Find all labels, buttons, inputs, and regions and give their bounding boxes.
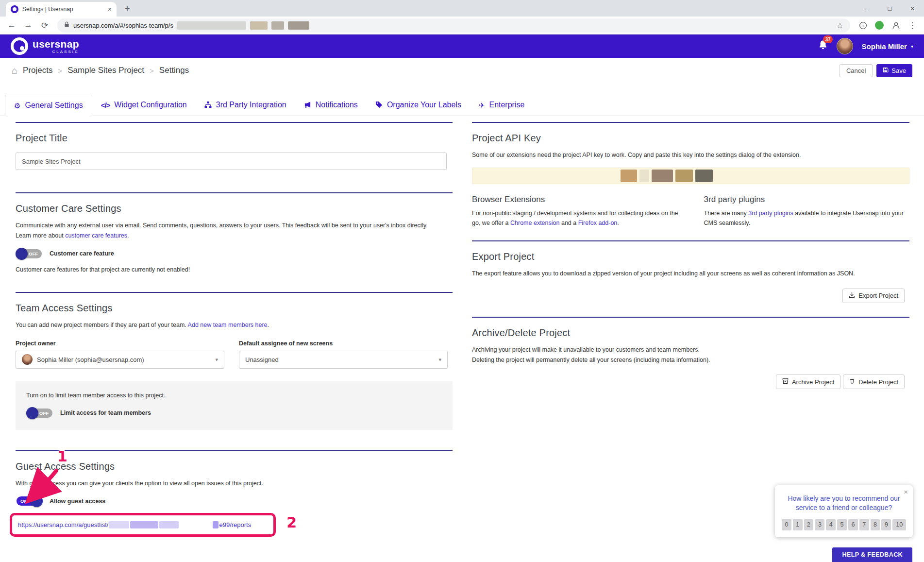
redacted-url-segment bbox=[288, 21, 309, 30]
redacted-token-segment bbox=[213, 521, 218, 528]
third-party-plugins-link[interactable]: 3rd party plugins bbox=[748, 210, 793, 217]
archive-project-button[interactable]: Archive Project bbox=[776, 375, 840, 389]
nps-rating-10[interactable]: 10 bbox=[892, 519, 906, 530]
annotation-step-2: 2 bbox=[286, 515, 297, 530]
project-api-key-panel: Project API Key Some of our extensions n… bbox=[472, 122, 909, 228]
delete-project-button[interactable]: Delete Project bbox=[843, 375, 905, 389]
default-assignee-select[interactable]: Unassigned ▾ bbox=[239, 351, 448, 369]
extension-icon[interactable] bbox=[873, 18, 886, 32]
default-assignee-label: Default assignee of new screens bbox=[239, 340, 448, 347]
lock-icon bbox=[64, 21, 69, 30]
tab-widget-configuration[interactable]: </> Widget Configuration bbox=[92, 94, 196, 116]
bookmark-star-icon[interactable]: ☆ bbox=[837, 21, 843, 30]
trash-icon bbox=[849, 378, 855, 386]
window-maximize-button[interactable]: □ bbox=[878, 0, 901, 17]
api-key-field[interactable] bbox=[472, 168, 909, 184]
nps-rating-7[interactable]: 7 bbox=[859, 519, 869, 530]
chrome-extension-link[interactable]: Chrome extension bbox=[510, 220, 559, 226]
save-icon bbox=[883, 67, 889, 74]
nps-rating-2[interactable]: 2 bbox=[804, 519, 814, 530]
gear-icon: ⚙ bbox=[14, 102, 20, 109]
redacted-url-segment bbox=[250, 21, 268, 30]
close-icon[interactable]: × bbox=[904, 488, 908, 496]
nps-rating-4[interactable]: 4 bbox=[826, 519, 836, 530]
nps-rating-3[interactable]: 3 bbox=[815, 519, 824, 530]
redacted-key-segment bbox=[695, 170, 713, 182]
team-access-description: You can add new project members if they … bbox=[16, 321, 453, 330]
usersnap-favicon-icon bbox=[11, 5, 18, 13]
cancel-button[interactable]: Cancel bbox=[840, 64, 873, 77]
redacted-key-segment bbox=[652, 170, 673, 182]
tab-close-icon[interactable]: × bbox=[108, 6, 112, 13]
user-menu[interactable]: Sophia Miller bbox=[862, 42, 907, 51]
logo-subtext: CLASSIC bbox=[52, 50, 79, 54]
project-owner-select[interactable]: Sophia Miller (sophia@usersnap.com) ▾ bbox=[16, 351, 224, 369]
url-text: usersnap.com/a/#/sophias-team/p/s bbox=[73, 22, 173, 29]
nps-rating-5[interactable]: 5 bbox=[837, 519, 847, 530]
browser-menu-icon[interactable]: ⋮ bbox=[906, 18, 919, 32]
team-access-heading: Team Access Settings bbox=[16, 303, 453, 314]
browser-tabstrip: Settings | Usersnap × + – □ × bbox=[0, 0, 924, 17]
limit-access-box: Turn on to limit team member access to t… bbox=[16, 381, 453, 430]
redacted-key-segment bbox=[639, 170, 649, 182]
tab-organize-your-labels[interactable]: Organize Your Labels bbox=[367, 94, 470, 116]
info-icon[interactable] bbox=[856, 18, 870, 32]
export-project-description: The export feature allows you to downloa… bbox=[472, 269, 909, 278]
save-button[interactable]: Save bbox=[876, 64, 912, 77]
browser-tab[interactable]: Settings | Usersnap × bbox=[6, 2, 117, 17]
window-minimize-button[interactable]: – bbox=[856, 0, 878, 17]
sitemap-icon bbox=[204, 101, 212, 109]
nps-rating-6[interactable]: 6 bbox=[848, 519, 858, 530]
archive-delete-heading: Archive/Delete Project bbox=[472, 327, 909, 339]
add-team-members-link[interactable]: Add new team members here bbox=[188, 322, 268, 328]
allow-guest-access-toggle[interactable]: ON bbox=[16, 495, 43, 507]
redacted-url-segment bbox=[271, 21, 284, 30]
new-tab-button[interactable]: + bbox=[120, 2, 134, 16]
usersnap-logo[interactable]: usersnap CLASSIC bbox=[11, 37, 79, 55]
nps-rating-9[interactable]: 9 bbox=[881, 519, 891, 530]
owner-avatar bbox=[22, 354, 33, 365]
guest-url-highlight-box: https://usersnap.com/a/guestlist/ e99/re… bbox=[10, 513, 276, 537]
megaphone-icon bbox=[304, 101, 311, 109]
window-close-button[interactable]: × bbox=[901, 0, 924, 17]
firefox-addon-link[interactable]: Firefox add-on bbox=[578, 220, 618, 226]
user-avatar[interactable] bbox=[837, 38, 853, 54]
export-project-button[interactable]: Export Project bbox=[842, 289, 905, 303]
breadcrumb-projects[interactable]: Projects bbox=[23, 66, 52, 75]
project-title-panel: Project Title bbox=[16, 122, 453, 170]
tab-enterprise[interactable]: ✈ Enterprise bbox=[470, 94, 534, 116]
guest-access-url-link[interactable]: https://usersnap.com/a/guestlist/ e99/re… bbox=[18, 521, 251, 528]
nps-rating-1[interactable]: 1 bbox=[793, 519, 803, 530]
guest-access-heading: Guest Access Settings bbox=[16, 461, 453, 472]
customer-care-features-link[interactable]: customer care features bbox=[65, 232, 127, 239]
notifications-bell-icon[interactable]: 37 bbox=[818, 40, 828, 52]
tag-icon bbox=[375, 101, 383, 109]
browser-profile-icon[interactable] bbox=[889, 18, 903, 32]
redacted-token-segment bbox=[180, 521, 212, 528]
notification-badge: 37 bbox=[823, 35, 832, 43]
nps-rating-8[interactable]: 8 bbox=[871, 519, 880, 530]
home-icon[interactable]: ⌂ bbox=[12, 65, 17, 76]
help-feedback-button[interactable]: HELP & FEEDBACK bbox=[832, 547, 912, 562]
breadcrumb-project-name[interactable]: Sample Sites Project bbox=[67, 66, 144, 75]
tab-3rd-party-integration[interactable]: 3rd Party Integration bbox=[196, 94, 295, 116]
archive-delete-panel: Archive/Delete Project Archiving your pr… bbox=[472, 317, 909, 390]
allow-guest-access-label: Allow guest access bbox=[50, 498, 105, 505]
breadcrumb-settings[interactable]: Settings bbox=[159, 66, 189, 75]
code-icon: </> bbox=[101, 102, 110, 109]
api-key-description: Some of our extensions need the project … bbox=[472, 151, 909, 160]
redacted-url-segment bbox=[177, 21, 246, 30]
refresh-icon[interactable]: ⟳ bbox=[38, 18, 51, 32]
nps-rating-0[interactable]: 0 bbox=[782, 519, 791, 530]
limit-access-toggle[interactable]: OFF bbox=[26, 407, 53, 419]
back-icon[interactable]: ← bbox=[5, 18, 18, 32]
address-bar[interactable]: usersnap.com/a/#/sophias-team/p/s ☆ bbox=[57, 18, 850, 33]
tab-notifications[interactable]: Notifications bbox=[295, 94, 367, 116]
project-title-input[interactable] bbox=[16, 153, 447, 170]
chevron-down-icon[interactable]: ▾ bbox=[911, 44, 913, 49]
tab-general-settings[interactable]: ⚙ General Settings bbox=[5, 95, 92, 116]
archive-description: Archiving your project will make it unav… bbox=[472, 345, 909, 355]
browser-extensions-heading: Browser Extensions bbox=[472, 195, 682, 204]
forward-icon[interactable]: → bbox=[21, 18, 35, 32]
customer-care-toggle[interactable]: OFF bbox=[16, 248, 43, 260]
